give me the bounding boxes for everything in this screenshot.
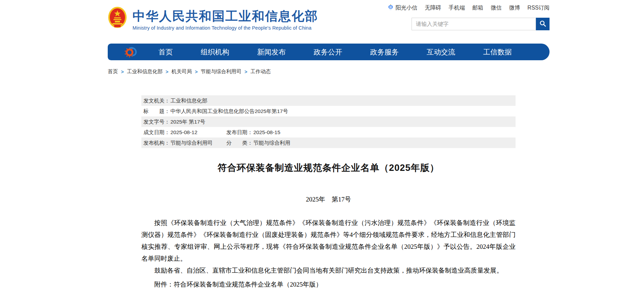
document-area: 发文机关：工业和信息化部 标 题：中华人民共和国工业和信息化部公告2025年第1… xyxy=(141,95,516,306)
breadcrumb: 首页 > 工业和信息化部 > 机关司局 > 节能与综合利用司 > 工作动态 xyxy=(108,68,271,75)
announcement-number: 2025年 第17号 xyxy=(141,195,516,204)
search-button[interactable] xyxy=(536,18,550,30)
breadcrumb-home[interactable]: 首页 xyxy=(108,68,118,75)
breadcrumb-departments[interactable]: 机关司局 xyxy=(171,68,192,75)
meta-row-publisher-category: 发布机构：节能与综合利用司 分 类：节能与综合利用 xyxy=(141,138,516,148)
nav-item-gov-disclosure[interactable]: 政务公开 xyxy=(314,47,342,57)
quick-link-mail[interactable]: 邮箱 xyxy=(472,4,483,12)
quick-link-accessibility[interactable]: 无障碍 xyxy=(425,4,441,12)
site-title: 中华人民共和国工业和信息化部 xyxy=(133,10,318,23)
breadcrumb-energy-dept[interactable]: 节能与综合利用司 xyxy=(201,68,242,75)
article-body: 按照《环保装备制造行业（大气治理）规范条件》《环保装备制造行业（污水治理）规范条… xyxy=(141,217,516,276)
nav-items: 首页 组织机构 新闻发布 政务公开 政务服务 互动交流 工信数据 xyxy=(144,47,526,57)
quick-link-weibo[interactable]: 微博 xyxy=(509,4,520,12)
site-subtitle: Ministry of Industry and Information Tec… xyxy=(133,25,318,31)
article-title: 符合环保装备制造业规范条件企业名单（2025年版） xyxy=(141,162,516,174)
search-icon xyxy=(539,20,546,28)
robot-icon xyxy=(387,4,394,12)
article-paragraph: 按照《环保装备制造行业（大气治理）规范条件》《环保装备制造行业（污水治理）规范条… xyxy=(141,217,516,264)
quick-link-mobile[interactable]: 手机端 xyxy=(449,4,465,12)
search-input[interactable] xyxy=(412,18,536,30)
nav-item-interaction[interactable]: 互动交流 xyxy=(427,47,455,57)
breadcrumb-separator: > xyxy=(245,69,247,75)
quick-link-label: 阳光小信 xyxy=(396,4,417,12)
breadcrumb-work-updates[interactable]: 工作动态 xyxy=(250,68,271,75)
breadcrumb-miit[interactable]: 工业和信息化部 xyxy=(127,68,162,75)
quick-link-sunshine-bot[interactable]: 阳光小信 xyxy=(387,4,417,12)
national-emblem-logo xyxy=(108,6,127,30)
meta-row-issuing-agency: 发文机关：工业和信息化部 xyxy=(141,95,516,106)
breadcrumb-separator: > xyxy=(121,69,124,75)
nav-item-miit-data[interactable]: 工信数据 xyxy=(483,47,512,57)
meta-row-dates: 成文日期：2025-08-12 发布日期：2025-08-15 xyxy=(141,127,516,138)
site-search xyxy=(412,18,550,30)
site-brand: 中华人民共和国工业和信息化部 Ministry of Industry and … xyxy=(108,6,318,31)
breadcrumb-separator: > xyxy=(166,69,168,75)
quick-link-rss[interactable]: RSS订阅 xyxy=(527,4,550,12)
nav-item-news[interactable]: 新闻发布 xyxy=(257,47,286,57)
nav-item-home[interactable]: 首页 xyxy=(158,47,173,57)
main-nav: 首页 组织机构 新闻发布 政务公开 政务服务 互动交流 工信数据 xyxy=(108,44,550,60)
nav-item-organization[interactable]: 组织机构 xyxy=(201,47,229,57)
article-paragraph: 鼓励各省、自治区、直辖市工业和信息化主管部门会同当地有关部门研究出台支持政策，推… xyxy=(141,264,516,276)
nav-item-gov-services[interactable]: 政务服务 xyxy=(370,47,399,57)
breadcrumb-separator: > xyxy=(195,69,197,75)
miit-swirl-icon xyxy=(124,45,138,59)
meta-row-doc-number: 发文字号：2025年 第17号 xyxy=(141,116,516,127)
meta-row-title: 标 题：中华人民共和国工业和信息化部公告2025年第17号 xyxy=(141,106,516,116)
attachment-link[interactable]: 附件：符合环保装备制造业规范条件企业名单（2025年版） xyxy=(141,278,516,290)
quick-link-wechat[interactable]: 微信 xyxy=(491,4,502,12)
